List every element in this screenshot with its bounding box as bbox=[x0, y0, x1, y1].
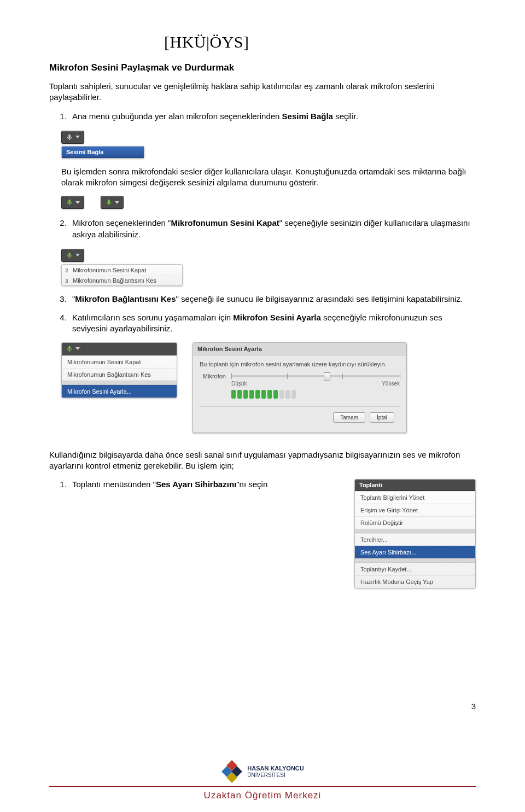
menu-separator bbox=[62, 381, 177, 385]
step-1: Ana menü çubuğunda yer alan mikrofon seç… bbox=[69, 111, 476, 122]
ok-button[interactable]: Tamam bbox=[333, 412, 365, 423]
step-text: "nı seçin bbox=[236, 480, 267, 489]
toolbar-mock bbox=[61, 131, 84, 144]
mic-active-button[interactable] bbox=[62, 196, 84, 208]
hku-mark-icon bbox=[221, 761, 243, 782]
university-logo: HASAN KALYONCUÜNİVERSİTESİ bbox=[49, 761, 476, 782]
cancel-button[interactable]: İptal bbox=[370, 412, 394, 423]
step-text: Mikrofon seçeneklerinden " bbox=[72, 218, 171, 227]
item-label: Mikrofonumun Sesini Kapat bbox=[73, 267, 147, 273]
step-bold: Mikrofonumun Sesini Kapat bbox=[171, 218, 279, 227]
mic-icon bbox=[66, 345, 73, 353]
step-text: " seçeneği ile sunucu ile bilgisayarınız… bbox=[176, 294, 463, 303]
mic-menu: Mikrofonumun Sesini Kapat Mikrofonumun B… bbox=[61, 342, 177, 398]
dropdown-item[interactable]: Sesimi Bağla bbox=[62, 147, 144, 158]
section-heading: Mikrofon Sesini Paylaşmak ve Durdurmak bbox=[49, 62, 476, 73]
screenshot-mic-options: 2 Mikrofonumun Sesini Kapat 3 Mikrofonum… bbox=[49, 248, 476, 294]
page-number: 3 bbox=[471, 702, 476, 711]
menu-separator bbox=[355, 529, 475, 533]
toolbar-mock bbox=[61, 249, 84, 262]
slider-high-label: Yüksek bbox=[382, 381, 400, 387]
mic-icon bbox=[66, 133, 73, 141]
mic-active-button[interactable] bbox=[101, 196, 123, 208]
step-bold: Mikrofon Sesini Ayarla bbox=[233, 313, 321, 322]
brand-logo: [HKÜ|ÖYS] bbox=[164, 33, 476, 51]
menu-item[interactable]: Hazırlık Moduna Geçiş Yap bbox=[355, 575, 475, 588]
menu-item-adjust-volume[interactable]: Mikrofon Sesini Ayarla... bbox=[62, 385, 177, 398]
menu-header: Toplantı bbox=[355, 480, 475, 491]
chevron-down-icon bbox=[75, 136, 80, 138]
step-text: Katılımcıların ses sorunu yaşamamaları i… bbox=[72, 313, 233, 322]
dialog-title: Mikrofon Sesini Ayarla bbox=[193, 343, 406, 355]
menu-item-mute[interactable]: Mikrofonumun Sesini Kapat bbox=[62, 355, 177, 368]
step-bold: Sesimi Bağla bbox=[282, 112, 333, 121]
step-bold: Ses Ayarı Sihirbazını bbox=[156, 480, 236, 489]
chevron-down-icon bbox=[75, 201, 80, 204]
menu-item[interactable]: Tercihler... bbox=[355, 533, 475, 546]
volume-slider[interactable] bbox=[231, 375, 400, 377]
menu-item[interactable]: Erişim ve Girişi Yönet bbox=[355, 504, 475, 516]
dialog-adjust-volume: Mikrofon Sesini Ayarla Bu toplantı için … bbox=[192, 342, 407, 433]
slider-thumb[interactable] bbox=[324, 372, 330, 381]
step-5: Toplantı menüsünden "Ses Ayarı Sihirbazı… bbox=[69, 479, 338, 490]
screenshot-mic-levels bbox=[61, 196, 476, 209]
mic-icon bbox=[105, 198, 113, 206]
meeting-menu: Toplantı Toplantı Bilgilerini Yönet Eriş… bbox=[354, 479, 476, 588]
item-number: 3 bbox=[65, 277, 68, 284]
step-list-5: Toplantı menüsünden "Ses Ayarı Sihirbazı… bbox=[49, 479, 338, 498]
menu-item-audio-wizard[interactable]: Ses Ayarı Sihirbazı... bbox=[355, 546, 475, 558]
after-step-1: Bu işlemden sonra mikrofondaki sesler di… bbox=[61, 166, 476, 189]
menu-item-disconnect[interactable]: Mikrofonumun Bağlantısını Kes bbox=[62, 368, 177, 381]
intro-paragraph: Toplantı sahipleri, sunucular ve genişle… bbox=[49, 81, 476, 103]
mic-button[interactable] bbox=[62, 249, 84, 261]
document-page: [HKÜ|ÖYS] Mikrofon Sesini Paylaşmak ve D… bbox=[0, 0, 525, 812]
dialog-description: Bu toplantı için mikrofon sesini ayarlam… bbox=[200, 361, 400, 367]
chevron-down-icon bbox=[115, 201, 119, 204]
chevron-down-icon bbox=[75, 347, 80, 350]
mic-button[interactable] bbox=[62, 131, 84, 143]
step-2: Mikrofon seçeneklerinden "Mikrofonumun S… bbox=[69, 218, 476, 240]
screenshot-connect-audio: Sesimi Bağla bbox=[49, 130, 476, 166]
step-text: seçilir. bbox=[333, 112, 358, 121]
screenshot-adjust-volume: Mikrofonumun Sesini Kapat Mikrofonumun B… bbox=[61, 342, 476, 449]
step-3: "Mikrofon Bağlantısını Kes" seçeneği ile… bbox=[69, 294, 476, 305]
step-list-1: Ana menü çubuğunda yer alan mikrofon seç… bbox=[49, 111, 476, 122]
footer-title: Uzaktan Öğretim Merkezi bbox=[49, 786, 476, 801]
step-4: Katılımcıların ses sorunu yaşamamaları i… bbox=[69, 312, 476, 335]
item-label: Mikrofonumun Bağlantısını Kes bbox=[73, 277, 156, 284]
chevron-down-icon bbox=[75, 254, 80, 256]
menu-item-disconnect[interactable]: 3 Mikrofonumun Bağlantısını Kes bbox=[62, 275, 182, 285]
step-list-2: Mikrofon seçeneklerinden "Mikrofonumun S… bbox=[49, 218, 476, 240]
after-step-4: Kullandığınız bilgisayarda daha önce ses… bbox=[49, 449, 476, 472]
item-number: 2 bbox=[65, 267, 68, 273]
page-footer: HASAN KALYONCUÜNİVERSİTESİ Uzaktan Öğret… bbox=[0, 761, 525, 801]
university-name: HASAN KALYONCUÜNİVERSİTESİ bbox=[247, 765, 304, 778]
dropdown-connect-audio: Sesimi Bağla bbox=[61, 146, 144, 159]
dropdown-mic-options: 2 Mikrofonumun Sesini Kapat 3 Mikrofonum… bbox=[61, 264, 183, 286]
step-bold: Mikrofon Bağlantısını Kes bbox=[75, 294, 176, 303]
slider-low-label: Düşük bbox=[231, 381, 247, 387]
menu-separator bbox=[355, 558, 475, 563]
step-text: Ana menü çubuğunda yer alan mikrofon seç… bbox=[72, 112, 282, 121]
menu-item[interactable]: Toplantıyı Kaydet... bbox=[355, 563, 475, 575]
mic-button[interactable] bbox=[62, 343, 84, 355]
level-meter bbox=[231, 390, 400, 399]
menu-item-mute[interactable]: 2 Mikrofonumun Sesini Kapat bbox=[62, 265, 182, 275]
step-list-3: "Mikrofon Bağlantısını Kes" seçeneği ile… bbox=[49, 294, 476, 335]
mic-icon bbox=[66, 252, 73, 259]
step-text: Toplantı menüsünden " bbox=[72, 480, 156, 489]
mic-icon bbox=[66, 198, 73, 206]
menu-item[interactable]: Rolümü Değiştir bbox=[355, 516, 475, 529]
slider-label: Mikrofon bbox=[200, 373, 226, 379]
menu-item[interactable]: Toplantı Bilgilerini Yönet bbox=[355, 491, 475, 504]
